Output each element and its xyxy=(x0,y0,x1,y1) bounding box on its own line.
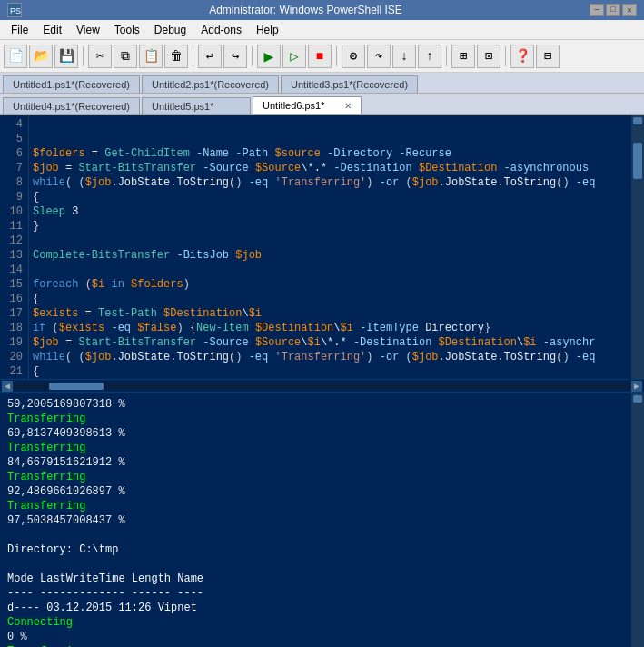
step-into-button[interactable]: ↓ xyxy=(392,45,416,68)
extra-button[interactable]: ⊟ xyxy=(536,45,560,68)
run-selection-button[interactable]: ▷ xyxy=(282,45,306,68)
help-button[interactable]: ❓ xyxy=(510,45,534,68)
editor-container: 45678910111213141516171819202122232425 $… xyxy=(0,115,644,379)
tab-untitled4[interactable]: Untitled4.ps1*(Recovered) xyxy=(3,97,140,114)
console-line: 0 % xyxy=(7,630,624,644)
console-line: 84,6679151621912 % xyxy=(7,455,624,470)
code-line: $job = Start-BitsTransfer -Source $Sourc… xyxy=(33,161,628,175)
code-line: $job = Start-BitsTransfer -Source $Sourc… xyxy=(33,335,628,350)
menu-tools[interactable]: Tools xyxy=(107,22,147,38)
code-line: if ($exists -eq $false) {New-Item $Desti… xyxy=(33,321,628,335)
tabs-row2: Untitled4.ps1*(Recovered) Untitled5.ps1*… xyxy=(0,94,644,114)
save-button[interactable]: 💾 xyxy=(54,45,78,68)
window-controls: ─ □ ✕ xyxy=(590,4,637,16)
app-icon: PS xyxy=(7,3,22,17)
horizontal-scrollbar[interactable]: ◀ ▶ xyxy=(0,379,644,392)
maximize-button[interactable]: □ xyxy=(606,4,620,16)
sep3 xyxy=(252,46,253,66)
menu-file[interactable]: File xyxy=(4,22,35,38)
line-numbers: 45678910111213141516171819202122232425 xyxy=(0,115,29,379)
new-file-button[interactable]: 📄 xyxy=(4,45,27,68)
menu-debug[interactable]: Debug xyxy=(147,22,193,38)
code-line xyxy=(33,117,628,132)
code-line: Complete-BitsTransfer -BitsJob $job xyxy=(33,248,628,263)
sep1 xyxy=(83,46,84,66)
code-line: $exists = Test-Path $Destination\$i xyxy=(33,306,628,321)
console-line: Directory: C:\tmp xyxy=(7,542,624,557)
hscroll-left[interactable]: ◀ xyxy=(2,381,13,392)
code-line: while( ($job.JobState.ToString() -eq 'Tr… xyxy=(33,175,628,190)
tabs-row1-container: Untitled1.ps1*(Recovered) Untitled2.ps1*… xyxy=(0,73,644,94)
tab-untitled2[interactable]: Untitled2.ps1*(Recovered) xyxy=(142,75,279,93)
expand-button[interactable]: ⊡ xyxy=(477,45,500,68)
tab-untitled1[interactable]: Untitled1.ps1*(Recovered) xyxy=(3,75,140,93)
tab-untitled5[interactable]: Untitled5.ps1* xyxy=(142,97,251,114)
window-title: Administrator: Windows PowerShell ISE xyxy=(22,4,590,16)
console-output[interactable]: 59,2005169807318 %Transferring69,8137409… xyxy=(0,393,631,647)
console-line: Mode LastWriteTime Length Name xyxy=(7,572,624,586)
tab-untitled3[interactable]: Untitled3.ps1*(Recovered) xyxy=(281,75,418,93)
console-scrollbar[interactable] xyxy=(631,393,644,647)
code-line xyxy=(33,132,628,146)
sep5 xyxy=(446,46,447,66)
code-line: { xyxy=(33,190,628,204)
editor-scrollbar[interactable] xyxy=(631,115,644,379)
console-line: ---- ------------- ------ ---- xyxy=(7,586,624,601)
console-line: 92,4869661026897 % xyxy=(7,484,624,499)
code-line: foreach ($i in $folders) xyxy=(33,277,628,292)
menu-addons[interactable]: Add-ons xyxy=(193,22,249,38)
code-editor[interactable]: $folders = Get-ChildItem -Name -Path $so… xyxy=(29,115,631,379)
console-line: Connecting xyxy=(7,615,624,630)
show-console-button[interactable]: ⊞ xyxy=(451,45,475,68)
open-button[interactable]: 📂 xyxy=(29,45,53,68)
sep6 xyxy=(505,46,506,66)
hscroll-thumb xyxy=(49,383,104,390)
clear-button[interactable]: 🗑 xyxy=(164,45,188,68)
cut-button[interactable]: ✂ xyxy=(88,45,112,68)
stop-button[interactable]: ■ xyxy=(308,45,332,68)
undo-button[interactable]: ↩ xyxy=(198,45,222,68)
console-line xyxy=(7,528,624,542)
svg-text:PS: PS xyxy=(10,6,21,15)
console-container: 59,2005169807318 %Transferring69,8137409… xyxy=(0,392,644,647)
sep2 xyxy=(193,46,193,66)
code-line: { xyxy=(33,292,628,306)
code-line xyxy=(33,234,628,248)
code-line: while( ($job.JobState.ToString() -eq 'Tr… xyxy=(33,350,628,364)
tab-close-button[interactable]: ✕ xyxy=(344,101,352,111)
menu-view[interactable]: View xyxy=(69,22,107,38)
console-line: Transferring xyxy=(7,470,624,484)
hscroll-right[interactable]: ▶ xyxy=(631,381,642,392)
console-line: Transferring xyxy=(7,412,624,426)
code-line: { xyxy=(33,364,628,379)
copy-button[interactable]: ⧉ xyxy=(114,45,137,68)
console-line xyxy=(7,557,624,572)
tabs-row1: Untitled1.ps1*(Recovered) Untitled2.ps1*… xyxy=(0,73,644,93)
menu-help[interactable]: Help xyxy=(249,22,286,38)
code-line: } xyxy=(33,219,628,234)
menu-bar: File Edit View Tools Debug Add-ons Help xyxy=(0,20,644,40)
tabs-row2-container: Untitled4.ps1*(Recovered) Untitled5.ps1*… xyxy=(0,94,644,115)
debug-button[interactable]: ⚙ xyxy=(342,45,365,68)
console-line: d---- 03.12.2015 11:26 Vipnet xyxy=(7,601,624,615)
tab-untitled6[interactable]: Untitled6.ps1* ✕ xyxy=(253,96,362,114)
console-line: 97,5038457008437 % xyxy=(7,513,624,528)
paste-button[interactable]: 📋 xyxy=(139,45,163,68)
hscroll-track xyxy=(13,383,631,390)
code-line: $folders = Get-ChildItem -Name -Path $so… xyxy=(33,146,628,161)
minimize-button[interactable]: ─ xyxy=(590,4,604,16)
code-line xyxy=(33,263,628,277)
step-over-button[interactable]: ↷ xyxy=(367,45,391,68)
close-button[interactable]: ✕ xyxy=(622,4,637,16)
console-line: Transferring xyxy=(7,499,624,513)
scrollbar-thumb xyxy=(633,143,642,179)
step-out-button[interactable]: ↑ xyxy=(418,45,441,68)
run-button[interactable]: ▶ xyxy=(257,45,281,68)
console-line: 59,2005169807318 % xyxy=(7,397,624,412)
toolbar: 📄 📂 💾 ✂ ⧉ 📋 🗑 ↩ ↪ ▶ ▷ ■ ⚙ ↷ ↓ ↑ ⊞ ⊡ ❓ ⊟ xyxy=(0,40,644,73)
redo-button[interactable]: ↪ xyxy=(223,45,247,68)
code-line: Sleep 3 xyxy=(33,204,628,219)
title-bar: PS Administrator: Windows PowerShell ISE… xyxy=(0,0,644,20)
menu-edit[interactable]: Edit xyxy=(35,22,69,38)
console-line: Transferring xyxy=(7,441,624,455)
